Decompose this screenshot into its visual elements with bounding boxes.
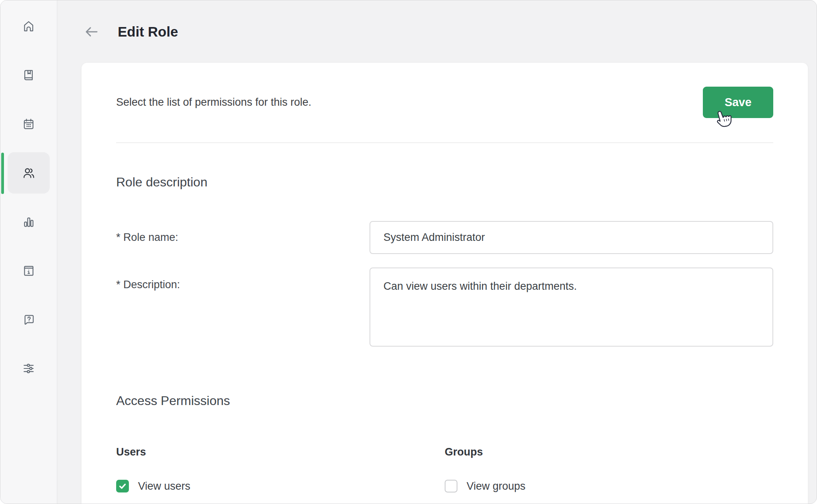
sidebar-item-calendar[interactable] bbox=[8, 103, 50, 145]
role-name-row: * Role name: bbox=[116, 221, 773, 254]
role-name-label: * Role name: bbox=[116, 231, 370, 244]
info-panel-icon bbox=[22, 264, 35, 277]
checkmark-icon bbox=[119, 482, 126, 490]
edit-role-card: Select the list of permissions for this … bbox=[82, 63, 808, 504]
permissions-grid: Users View users Groups bbox=[116, 446, 773, 492]
groups-column-title: Groups bbox=[445, 446, 773, 458]
permission-view-users[interactable]: View users bbox=[116, 480, 445, 492]
sidebar-item-settings[interactable] bbox=[8, 348, 50, 389]
sidebar-item-info[interactable] bbox=[8, 250, 50, 291]
role-name-input[interactable] bbox=[370, 221, 773, 254]
app-window: Edit Role Select the list of permissions… bbox=[0, 0, 817, 504]
permission-view-groups[interactable]: View groups bbox=[445, 480, 773, 492]
home-icon bbox=[22, 19, 35, 33]
active-nav-indicator bbox=[1, 153, 4, 194]
view-groups-checkbox[interactable] bbox=[445, 480, 457, 492]
permissions-column-users: Users View users bbox=[116, 446, 445, 492]
access-permissions-title: Access Permissions bbox=[116, 393, 773, 409]
page-title: Edit Role bbox=[118, 24, 178, 40]
sidebar-item-catalog[interactable] bbox=[8, 54, 50, 96]
description-label: * Description: bbox=[116, 268, 370, 291]
help-chat-icon bbox=[22, 313, 35, 326]
description-textarea[interactable]: Can view users within their departments. bbox=[370, 268, 773, 347]
role-description-title: Role description bbox=[116, 174, 773, 190]
view-users-label: View users bbox=[138, 480, 191, 492]
main-area: Edit Role Select the list of permissions… bbox=[57, 0, 817, 504]
view-users-checkbox[interactable] bbox=[116, 480, 129, 492]
card-header: Select the list of permissions for this … bbox=[116, 63, 773, 118]
save-button[interactable]: Save bbox=[703, 87, 773, 118]
sidebar-item-home[interactable] bbox=[8, 6, 50, 47]
bar-chart-icon bbox=[22, 215, 35, 229]
arrow-left-icon bbox=[84, 24, 99, 39]
permissions-column-groups: Groups View groups bbox=[445, 446, 773, 492]
page-header: Edit Role bbox=[57, 0, 817, 63]
sidebar-item-reports[interactable] bbox=[8, 201, 50, 242]
users-column-title: Users bbox=[116, 446, 445, 458]
sidebar bbox=[0, 0, 57, 504]
book-icon bbox=[22, 68, 35, 82]
view-groups-label: View groups bbox=[467, 480, 525, 492]
users-icon bbox=[22, 166, 35, 180]
back-button[interactable] bbox=[83, 23, 100, 41]
calendar-icon bbox=[22, 117, 35, 131]
instruction-text: Select the list of permissions for this … bbox=[116, 96, 311, 109]
sliders-icon bbox=[22, 362, 35, 375]
sidebar-item-users[interactable] bbox=[8, 152, 50, 194]
header-divider bbox=[116, 142, 773, 143]
sidebar-item-help[interactable] bbox=[8, 299, 50, 340]
description-row: * Description: Can view users within the… bbox=[116, 268, 773, 347]
